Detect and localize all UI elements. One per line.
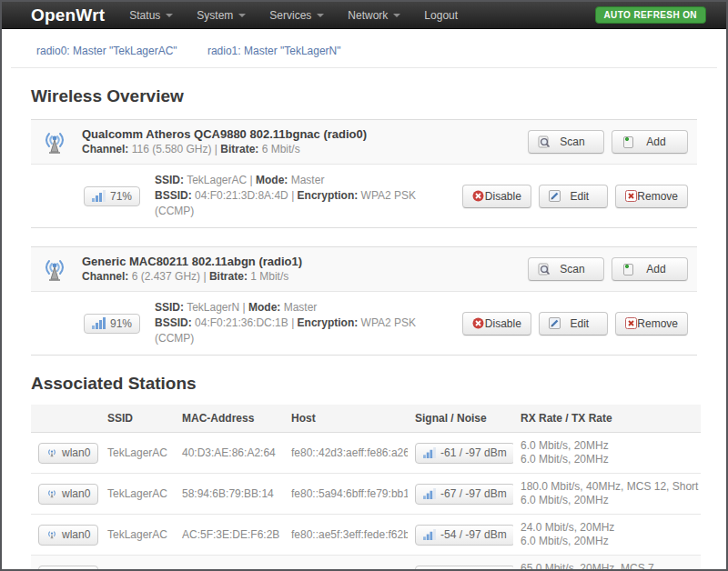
radio0-device-name: Qualcomm Atheros QCA9880 802.11bgnac (ra… <box>82 126 367 142</box>
scan-icon <box>538 263 551 275</box>
station-host: fe80::42d3:aeff:fe86:a264 <box>284 433 408 474</box>
disable-button-radio0[interactable]: Disable <box>462 185 531 208</box>
disable-icon <box>472 190 484 202</box>
iface-badge: wlan0 <box>38 443 98 464</box>
edit-icon <box>549 190 561 202</box>
nav-item-logout[interactable]: Logout <box>412 9 470 22</box>
browser-page: OpenWrt Status System Services Network L… <box>0 0 728 571</box>
chevron-down-icon <box>238 14 246 17</box>
add-icon <box>622 135 634 148</box>
header-host: Host <box>284 405 408 433</box>
radio0-device-row: Qualcomm Atheros QCA9880 802.11bgnac (ra… <box>31 119 697 165</box>
radio0-signal-badge: 71% <box>84 186 140 206</box>
header-ssid: SSID <box>100 405 175 433</box>
remove-button-radio1[interactable]: Remove <box>615 312 688 336</box>
nav-item-status[interactable]: Status <box>117 9 185 22</box>
radio1-ssid-line: SSID: TekLagerN | Mode: Master <box>155 300 448 316</box>
chevron-down-icon <box>166 14 173 17</box>
remove-icon <box>625 317 637 329</box>
page-title-associated-stations: Associated Stations <box>31 374 697 394</box>
iface-badge: wlan0 <box>38 484 98 505</box>
station-host: ? <box>284 556 408 571</box>
remove-button-radio0[interactable]: Remove <box>615 185 688 208</box>
scan-icon <box>538 135 551 148</box>
radio-tabs: radio0: Master "TekLagerAC" radio1: Mast… <box>11 29 717 68</box>
header-iface <box>31 405 100 433</box>
radio0-device-info: Channel: 116 (5.580 GHz) | Bitrate: 6 Mb… <box>82 142 367 157</box>
station-tx-rate: 6.0 Mbit/s, 20MHz <box>521 494 693 507</box>
station-rx-rate: 180.0 Mbit/s, 40MHz, MCS 12, Short GI <box>521 480 693 494</box>
station-tx-rate: 6.0 Mbit/s, 20MHz <box>521 453 693 466</box>
disable-icon <box>472 317 484 329</box>
station-rx-rate: 24.0 Mbit/s, 20MHz <box>521 521 693 535</box>
signal-bars-icon <box>423 447 436 458</box>
stations-header-row: SSID MAC-Address Host Signal / Noise RX … <box>31 405 701 433</box>
radio1-device-info: Channel: 6 (2.437 GHz) | Bitrate: 1 Mbit… <box>82 269 302 285</box>
edit-button-radio0[interactable]: Edit <box>539 185 608 208</box>
top-navbar: OpenWrt Status System Services Network L… <box>2 2 726 29</box>
radio0-signal-percent: 71% <box>110 190 132 203</box>
edit-icon <box>549 317 561 329</box>
remove-icon <box>625 190 637 202</box>
radio0-network-row: 71% SSID: TekLagerAC | Mode: Master BSSI… <box>31 165 697 228</box>
signal-bars-icon <box>92 317 106 329</box>
station-host: fe80::5a94:6bff:fe79:bb14 <box>284 474 408 515</box>
scan-button-radio1[interactable]: Scan <box>528 257 604 281</box>
station-rx-rate: 65.0 Mbit/s, 20MHz, MCS 7 <box>521 562 693 571</box>
page-title-wireless-overview: Wireless Overview <box>31 86 697 106</box>
antenna-icon <box>46 529 57 540</box>
station-mac: 28:10:7B:1D:AD:ED <box>175 556 284 571</box>
antenna-icon <box>46 488 57 499</box>
nav-item-services[interactable]: Services <box>258 9 336 22</box>
iface-badge: wlan1 <box>38 566 98 571</box>
radio1-device-name: Generic MAC80211 802.11abgn (radio1) <box>82 254 302 269</box>
signal-noise-badge: -67 / -97 dBm <box>415 484 513 505</box>
radio0-ssid-line: SSID: TekLagerAC | Mode: Master <box>155 173 448 188</box>
station-row: wlan1 TekLagerN 28:10:7B:1D:AD:ED ? -46 … <box>31 556 701 571</box>
disable-button-radio1[interactable]: Disable <box>462 312 531 336</box>
radio1-signal-badge: 91% <box>84 314 140 334</box>
radio1-network-row: 91% SSID: TekLagerN | Mode: Master BSSID… <box>31 292 697 356</box>
station-ssid: TekLagerAC <box>100 515 175 556</box>
antenna-icon <box>46 447 57 458</box>
radio1-bssid-line: BSSID: 04:F0:21:36:DC:1B | Encryption: W… <box>155 316 448 346</box>
radio1-section: Generic MAC80211 802.11abgn (radio1) Cha… <box>31 246 697 356</box>
radio0-bssid-line: BSSID: 04:F0:21:3D:8A:4D | Encryption: W… <box>155 188 448 219</box>
auto-refresh-toggle[interactable]: AUTO REFRESH ON <box>595 6 707 24</box>
chevron-down-icon <box>317 14 324 17</box>
station-row: wlan0 TekLagerAC AC:5F:3E:DE:F6:2B fe80:… <box>31 515 701 556</box>
signal-bars-icon <box>423 529 436 540</box>
signal-noise-badge: -54 / -97 dBm <box>415 525 513 546</box>
tab-radio1[interactable]: radio1: Master "TekLagerN" <box>207 45 341 57</box>
add-button-radio0[interactable]: Add <box>612 130 688 154</box>
header-signal: Signal / Noise <box>408 405 513 433</box>
header-mac: MAC-Address <box>175 405 284 433</box>
station-row: wlan0 TekLagerAC 58:94:6B:79:BB:14 fe80:… <box>31 474 701 515</box>
scan-button-radio0[interactable]: Scan <box>528 130 604 154</box>
signal-bars-icon <box>92 190 106 202</box>
station-row: wlan0 TekLagerAC 40:D3:AE:86:A2:64 fe80:… <box>31 433 701 474</box>
add-icon <box>622 263 634 275</box>
station-ssid: TekLagerAC <box>100 433 175 474</box>
nav-item-system[interactable]: System <box>185 9 258 22</box>
station-ssid: TekLagerAC <box>100 474 175 515</box>
signal-bars-icon <box>423 488 436 499</box>
associated-stations-table: SSID MAC-Address Host Signal / Noise RX … <box>31 405 701 571</box>
signal-noise-badge: -46 / -95 dBm <box>415 566 513 571</box>
openwrt-logo: OpenWrt <box>31 5 105 25</box>
station-rx-rate: 6.0 Mbit/s, 20MHz <box>521 439 693 453</box>
antenna-icon <box>40 127 69 156</box>
iface-badge: wlan0 <box>38 525 98 546</box>
station-tx-rate: 6.0 Mbit/s, 20MHz <box>521 535 693 548</box>
radio1-device-row: Generic MAC80211 802.11abgn (radio1) Cha… <box>31 246 697 292</box>
station-host: fe80::ae5f:3eff:fede:f62b <box>284 515 408 556</box>
edit-button-radio1[interactable]: Edit <box>539 312 608 336</box>
radio1-signal-percent: 91% <box>110 317 132 330</box>
nav-item-network[interactable]: Network <box>336 9 412 22</box>
header-rate: RX Rate / TX Rate <box>513 405 701 433</box>
station-mac: 40:D3:AE:86:A2:64 <box>175 433 284 474</box>
add-button-radio1[interactable]: Add <box>612 257 688 281</box>
station-mac: 58:94:6B:79:BB:14 <box>175 474 284 515</box>
tab-radio0[interactable]: radio0: Master "TekLagerAC" <box>36 45 177 57</box>
chevron-down-icon <box>393 14 400 17</box>
